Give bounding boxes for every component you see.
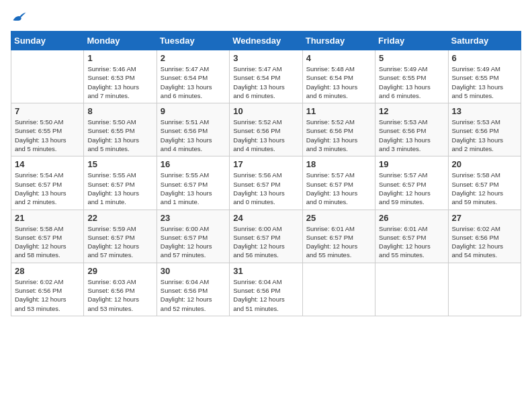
day-number: 1 xyxy=(87,53,152,63)
day-number: 18 xyxy=(306,159,371,169)
calendar-cell: 5Sunrise: 5:49 AM Sunset: 6:55 PM Daylig… xyxy=(375,50,448,103)
calendar-cell: 11Sunrise: 5:52 AM Sunset: 6:56 PM Dayli… xyxy=(302,103,375,156)
weekday-header: Tuesday xyxy=(157,32,229,50)
day-number: 31 xyxy=(233,266,298,276)
day-info: Sunrise: 5:53 AM Sunset: 6:56 PM Dayligh… xyxy=(452,118,517,153)
day-info: Sunrise: 5:49 AM Sunset: 6:55 PM Dayligh… xyxy=(379,64,444,100)
day-info: Sunrise: 5:57 AM Sunset: 6:57 PM Dayligh… xyxy=(306,171,371,206)
calendar-cell: 22Sunrise: 5:59 AM Sunset: 6:57 PM Dayli… xyxy=(84,210,157,263)
day-number: 5 xyxy=(379,53,444,63)
calendar-cell: 4Sunrise: 5:48 AM Sunset: 6:54 PM Daylig… xyxy=(302,50,375,103)
calendar-cell: 19Sunrise: 5:57 AM Sunset: 6:57 PM Dayli… xyxy=(375,156,448,210)
calendar-cell: 13Sunrise: 5:53 AM Sunset: 6:56 PM Dayli… xyxy=(448,103,521,156)
day-info: Sunrise: 6:00 AM Sunset: 6:57 PM Dayligh… xyxy=(233,224,298,260)
weekday-header: Sunday xyxy=(11,32,84,50)
day-info: Sunrise: 5:52 AM Sunset: 6:56 PM Dayligh… xyxy=(306,118,371,153)
day-number: 2 xyxy=(161,53,226,63)
day-number: 16 xyxy=(161,159,226,169)
day-info: Sunrise: 6:02 AM Sunset: 6:56 PM Dayligh… xyxy=(452,224,517,260)
calendar-cell: 26Sunrise: 6:01 AM Sunset: 6:57 PM Dayli… xyxy=(375,210,448,263)
day-info: Sunrise: 5:59 AM Sunset: 6:57 PM Dayligh… xyxy=(87,224,152,260)
calendar-cell: 7Sunrise: 5:50 AM Sunset: 6:55 PM Daylig… xyxy=(11,103,84,156)
calendar-cell: 17Sunrise: 5:56 AM Sunset: 6:57 PM Dayli… xyxy=(230,156,302,210)
day-number: 7 xyxy=(15,106,80,116)
calendar-cell: 9Sunrise: 5:51 AM Sunset: 6:56 PM Daylig… xyxy=(157,103,229,156)
day-info: Sunrise: 6:03 AM Sunset: 6:56 PM Dayligh… xyxy=(87,277,152,313)
logo-bird-icon xyxy=(12,11,27,23)
weekday-header: Monday xyxy=(84,32,157,50)
day-number: 28 xyxy=(15,266,80,276)
calendar-week-row: 21Sunrise: 5:58 AM Sunset: 6:57 PM Dayli… xyxy=(11,210,521,263)
weekday-header: Thursday xyxy=(302,32,375,50)
day-info: Sunrise: 6:02 AM Sunset: 6:56 PM Dayligh… xyxy=(15,277,80,313)
day-info: Sunrise: 5:50 AM Sunset: 6:55 PM Dayligh… xyxy=(87,118,152,153)
day-number: 4 xyxy=(306,53,371,63)
day-number: 12 xyxy=(379,106,444,116)
calendar-cell: 30Sunrise: 6:04 AM Sunset: 6:56 PM Dayli… xyxy=(157,263,229,316)
calendar-cell: 8Sunrise: 5:50 AM Sunset: 6:55 PM Daylig… xyxy=(84,103,157,156)
day-number: 20 xyxy=(452,159,517,169)
weekday-header: Saturday xyxy=(448,32,521,50)
day-info: Sunrise: 5:48 AM Sunset: 6:54 PM Dayligh… xyxy=(306,64,371,100)
day-info: Sunrise: 5:46 AM Sunset: 6:53 PM Dayligh… xyxy=(87,64,152,100)
day-info: Sunrise: 6:01 AM Sunset: 6:57 PM Dayligh… xyxy=(306,224,371,260)
calendar-cell xyxy=(302,263,375,316)
day-number: 14 xyxy=(15,159,80,169)
calendar-cell: 29Sunrise: 6:03 AM Sunset: 6:56 PM Dayli… xyxy=(84,263,157,316)
day-info: Sunrise: 6:04 AM Sunset: 6:56 PM Dayligh… xyxy=(161,277,226,313)
calendar-cell: 2Sunrise: 5:47 AM Sunset: 6:54 PM Daylig… xyxy=(157,50,229,103)
day-info: Sunrise: 5:58 AM Sunset: 6:57 PM Dayligh… xyxy=(15,224,80,260)
calendar-table: SundayMondayTuesdayWednesdayThursdayFrid… xyxy=(11,31,521,316)
day-info: Sunrise: 5:54 AM Sunset: 6:57 PM Dayligh… xyxy=(15,171,80,206)
calendar-cell: 15Sunrise: 5:55 AM Sunset: 6:57 PM Dayli… xyxy=(84,156,157,210)
calendar-cell: 28Sunrise: 6:02 AM Sunset: 6:56 PM Dayli… xyxy=(11,263,84,316)
day-number: 24 xyxy=(233,213,298,223)
day-number: 30 xyxy=(161,266,226,276)
calendar-cell xyxy=(448,263,521,316)
calendar-cell: 1Sunrise: 5:46 AM Sunset: 6:53 PM Daylig… xyxy=(84,50,157,103)
day-info: Sunrise: 5:58 AM Sunset: 6:57 PM Dayligh… xyxy=(452,171,517,206)
day-number: 29 xyxy=(87,266,152,276)
calendar-cell: 21Sunrise: 5:58 AM Sunset: 6:57 PM Dayli… xyxy=(11,210,84,263)
day-number: 10 xyxy=(233,106,298,116)
calendar-cell: 18Sunrise: 5:57 AM Sunset: 6:57 PM Dayli… xyxy=(302,156,375,210)
calendar-cell: 10Sunrise: 5:52 AM Sunset: 6:56 PM Dayli… xyxy=(230,103,302,156)
day-number: 11 xyxy=(306,106,371,116)
day-info: Sunrise: 6:00 AM Sunset: 6:57 PM Dayligh… xyxy=(161,224,226,260)
day-number: 19 xyxy=(379,159,444,169)
calendar-cell: 3Sunrise: 5:47 AM Sunset: 6:54 PM Daylig… xyxy=(230,50,302,103)
day-info: Sunrise: 5:56 AM Sunset: 6:57 PM Dayligh… xyxy=(233,171,298,206)
calendar-cell xyxy=(11,50,84,103)
weekday-header-row: SundayMondayTuesdayWednesdayThursdayFrid… xyxy=(11,32,521,50)
day-info: Sunrise: 5:52 AM Sunset: 6:56 PM Dayligh… xyxy=(233,118,298,153)
calendar-cell: 16Sunrise: 5:55 AM Sunset: 6:57 PM Dayli… xyxy=(157,156,229,210)
day-number: 25 xyxy=(306,213,371,223)
day-info: Sunrise: 5:57 AM Sunset: 6:57 PM Dayligh… xyxy=(379,171,444,206)
day-number: 9 xyxy=(161,106,226,116)
day-info: Sunrise: 5:51 AM Sunset: 6:56 PM Dayligh… xyxy=(161,118,226,153)
day-info: Sunrise: 5:50 AM Sunset: 6:55 PM Dayligh… xyxy=(15,118,80,153)
day-number: 15 xyxy=(87,159,152,169)
calendar-week-row: 28Sunrise: 6:02 AM Sunset: 6:56 PM Dayli… xyxy=(11,263,521,316)
day-number: 23 xyxy=(161,213,226,223)
day-number: 13 xyxy=(452,106,517,116)
day-info: Sunrise: 5:55 AM Sunset: 6:57 PM Dayligh… xyxy=(87,171,152,206)
day-info: Sunrise: 5:53 AM Sunset: 6:56 PM Dayligh… xyxy=(379,118,444,153)
calendar-cell xyxy=(375,263,448,316)
calendar-cell: 24Sunrise: 6:00 AM Sunset: 6:57 PM Dayli… xyxy=(230,210,302,263)
calendar-week-row: 1Sunrise: 5:46 AM Sunset: 6:53 PM Daylig… xyxy=(11,50,521,103)
day-number: 3 xyxy=(233,53,298,63)
calendar-cell: 6Sunrise: 5:49 AM Sunset: 6:55 PM Daylig… xyxy=(448,50,521,103)
calendar-cell: 27Sunrise: 6:02 AM Sunset: 6:56 PM Dayli… xyxy=(448,210,521,263)
day-info: Sunrise: 5:47 AM Sunset: 6:54 PM Dayligh… xyxy=(233,64,298,100)
day-number: 6 xyxy=(452,53,517,63)
calendar-cell: 25Sunrise: 6:01 AM Sunset: 6:57 PM Dayli… xyxy=(302,210,375,263)
day-number: 21 xyxy=(15,213,80,223)
day-number: 17 xyxy=(233,159,298,169)
calendar-cell: 31Sunrise: 6:04 AM Sunset: 6:56 PM Dayli… xyxy=(230,263,302,316)
calendar-cell: 20Sunrise: 5:58 AM Sunset: 6:57 PM Dayli… xyxy=(448,156,521,210)
day-info: Sunrise: 6:01 AM Sunset: 6:57 PM Dayligh… xyxy=(379,224,444,260)
weekday-header: Friday xyxy=(375,32,448,50)
calendar-week-row: 14Sunrise: 5:54 AM Sunset: 6:57 PM Dayli… xyxy=(11,156,521,210)
calendar-cell: 23Sunrise: 6:00 AM Sunset: 6:57 PM Dayli… xyxy=(157,210,229,263)
